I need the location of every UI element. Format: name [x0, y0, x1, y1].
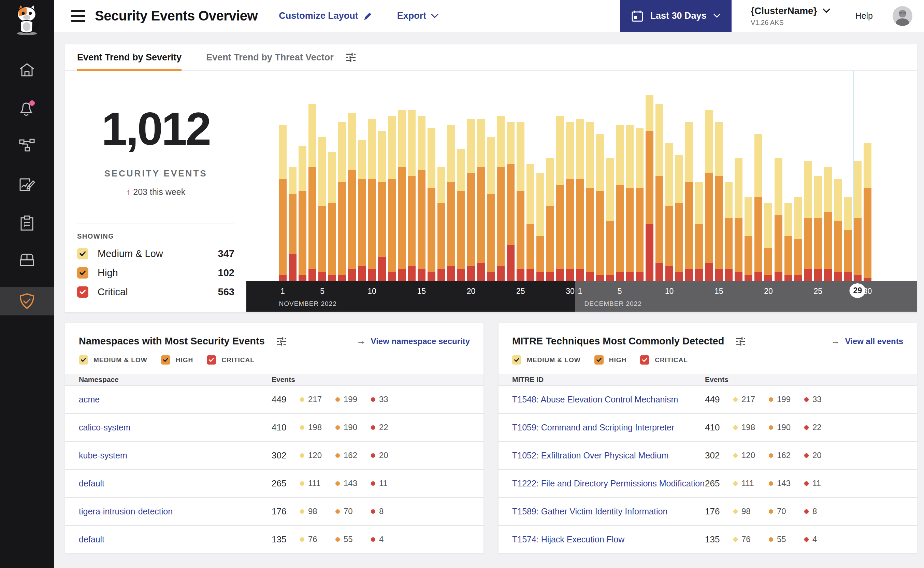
severity-checkbox[interactable] — [512, 355, 522, 364]
home-icon[interactable] — [0, 62, 54, 78]
bar-december-4[interactable] — [606, 158, 614, 281]
bar-december-24[interactable] — [804, 161, 812, 281]
severity-checkbox[interactable] — [640, 355, 649, 364]
bar-november-18[interactable] — [447, 125, 455, 281]
view-all-events-link[interactable]: → View all events — [831, 336, 903, 346]
bar-december-5[interactable] — [616, 125, 624, 281]
bar-november-25[interactable] — [517, 122, 525, 281]
severity-checkbox[interactable] — [77, 267, 88, 278]
service-graph-icon[interactable] — [0, 138, 54, 153]
severity-filter-chip[interactable]: CRITICAL — [640, 355, 688, 364]
row-link[interactable]: acme — [65, 394, 271, 405]
bar-december-30[interactable] — [864, 143, 871, 281]
threat-defense-active-tile[interactable] — [0, 287, 54, 316]
tab-event-trend-by-threat-vector[interactable]: Event Trend by Threat Vector — [206, 44, 334, 70]
row-link[interactable]: default — [65, 479, 271, 488]
bar-november-24[interactable] — [507, 122, 514, 281]
severity-checkbox[interactable] — [77, 248, 88, 260]
hamburger-menu-icon[interactable] — [71, 10, 85, 22]
bar-december-7[interactable] — [636, 128, 644, 281]
row-link[interactable]: kube-system — [65, 450, 271, 461]
bar-november-22[interactable] — [487, 137, 495, 281]
row-link[interactable]: T1548: Abuse Elevation Control Mechanism — [499, 394, 705, 405]
severity-filter-chip[interactable]: MEDIUM & LOW — [79, 355, 148, 364]
namespaces-settings-icon[interactable] — [276, 337, 286, 346]
row-link[interactable]: T1059: Command and Scripting Interpreter — [499, 423, 705, 432]
severity-checkbox[interactable] — [161, 355, 170, 364]
cluster-selector[interactable]: {ClusterName} V1.26 AKS — [751, 6, 830, 27]
bar-november-5[interactable] — [318, 137, 326, 281]
bar-november-9[interactable] — [358, 140, 366, 281]
bar-december-6[interactable] — [626, 125, 634, 281]
bar-december-2[interactable] — [586, 122, 594, 281]
bar-november-26[interactable] — [526, 164, 534, 281]
severity-checkbox[interactable] — [77, 286, 88, 298]
view-namespace-security-link[interactable]: → View namespace security — [357, 336, 470, 346]
bar-december-3[interactable] — [596, 134, 604, 281]
bar-november-27[interactable] — [537, 173, 544, 281]
bar-november-16[interactable] — [428, 128, 436, 281]
bar-december-27[interactable] — [834, 179, 842, 281]
bar-december-23[interactable] — [794, 197, 802, 281]
alerts-bell-icon[interactable] — [0, 100, 54, 117]
bar-november-20[interactable] — [467, 119, 475, 281]
row-link[interactable]: T1222: File and Directory Permissions Mo… — [499, 479, 705, 488]
mitre-settings-icon[interactable] — [736, 337, 746, 346]
bar-november-10[interactable] — [368, 119, 376, 281]
severity-checkbox[interactable] — [79, 355, 88, 364]
bar-december-20[interactable] — [764, 203, 772, 281]
bar-november-6[interactable] — [328, 152, 336, 281]
bar-november-2[interactable] — [289, 167, 297, 281]
bar-november-23[interactable] — [497, 116, 505, 281]
avatar[interactable] — [892, 6, 912, 26]
row-link[interactable]: default — [65, 535, 271, 544]
bar-december-25[interactable] — [814, 176, 822, 281]
bar-december-14[interactable] — [705, 110, 713, 281]
policies-edit-icon[interactable] — [0, 177, 54, 192]
bar-november-17[interactable] — [437, 167, 445, 281]
row-link[interactable]: T1589: Gather Victim Identity Informatio… — [499, 506, 705, 517]
bar-december-16[interactable] — [725, 182, 733, 281]
bar-november-28[interactable] — [546, 158, 554, 281]
export-button[interactable]: Export — [397, 11, 439, 21]
bar-november-12[interactable] — [388, 116, 396, 281]
bar-november-11[interactable] — [378, 131, 386, 281]
bar-december-13[interactable] — [695, 182, 703, 281]
severity-filter-chip[interactable]: CRITICAL — [207, 355, 255, 364]
bar-november-13[interactable] — [398, 110, 406, 281]
bar-december-17[interactable] — [735, 158, 743, 281]
bar-november-14[interactable] — [408, 110, 416, 281]
bar-december-19[interactable] — [754, 134, 762, 281]
bar-december-29[interactable] — [854, 161, 862, 281]
image-assurance-box-icon[interactable] — [0, 253, 54, 267]
bar-december-12[interactable] — [685, 122, 693, 281]
row-link[interactable]: calico-system — [65, 423, 271, 432]
row-link[interactable]: T1574: Hijack Execution Flow — [499, 535, 705, 544]
severity-checkbox[interactable] — [594, 355, 604, 364]
bar-december-15[interactable] — [715, 122, 723, 281]
bar-november-8[interactable] — [348, 113, 356, 281]
date-range-button[interactable]: Last 30 Days — [620, 0, 731, 32]
bar-december-22[interactable] — [784, 203, 792, 281]
compliance-clipboard-icon[interactable] — [0, 215, 54, 231]
bar-december-26[interactable] — [824, 167, 832, 281]
bar-november-19[interactable] — [457, 149, 465, 281]
tab-event-trend-by-severity[interactable]: Event Trend by Severity — [77, 44, 181, 70]
customize-layout-button[interactable]: Customize Layout — [279, 11, 372, 21]
bar-november-3[interactable] — [298, 146, 306, 281]
bar-december-21[interactable] — [775, 158, 782, 281]
severity-filter-chip[interactable]: HIGH — [594, 355, 627, 364]
chart-settings-icon[interactable] — [345, 52, 356, 62]
severity-filter-chip[interactable]: HIGH — [161, 355, 193, 364]
help-link[interactable]: Help — [855, 11, 873, 21]
calico-cat-logo[interactable] — [0, 3, 54, 35]
bar-november-30[interactable] — [566, 122, 574, 281]
bar-december-1[interactable] — [576, 119, 584, 281]
bar-november-7[interactable] — [338, 122, 346, 281]
row-link[interactable]: T1052: Exfiltration Over Physical Medium — [499, 450, 705, 461]
severity-filter-chip[interactable]: MEDIUM & LOW — [512, 355, 581, 364]
bar-december-28[interactable] — [844, 197, 852, 281]
bar-november-1[interactable] — [279, 125, 286, 281]
row-link[interactable]: tigera-intrusion-detection — [65, 506, 271, 517]
bar-november-4[interactable] — [309, 104, 316, 281]
